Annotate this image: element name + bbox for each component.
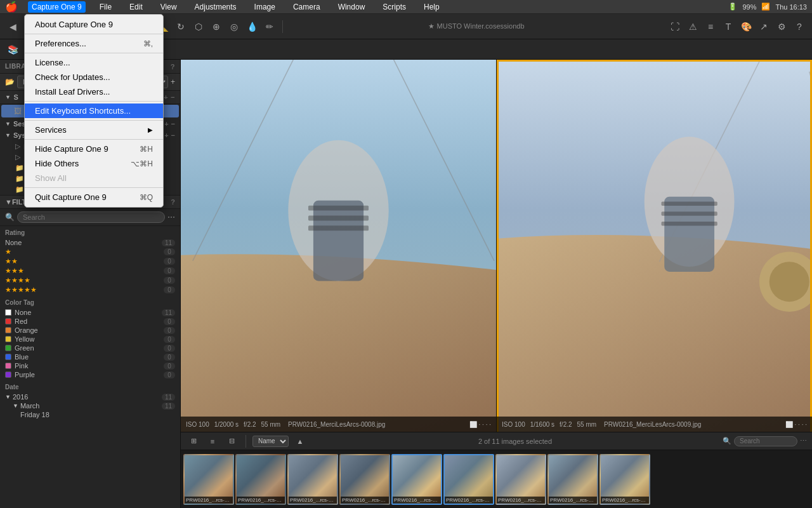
menu-quit[interactable]: Quit Capture One 9 ⌘Q (25, 190, 163, 204)
menu-sep-3 (25, 101, 163, 102)
menu-view[interactable]: View (157, 1, 181, 13)
menu-capture-one[interactable]: Capture One 9 (28, 1, 86, 13)
menu-license[interactable]: License... (25, 55, 163, 70)
menu-scripts[interactable]: Scripts (379, 1, 410, 13)
menu-image[interactable]: Image (251, 1, 279, 13)
menu-edit[interactable]: Edit (126, 1, 147, 13)
menu-sep-6 (25, 187, 163, 188)
menu-preferences[interactable]: Preferences... ⌘, (25, 36, 163, 51)
menu-sep-2 (25, 53, 163, 53)
battery-icon: 🔋 (728, 3, 737, 11)
menu-overlay[interactable]: About Capture One 9 Preferences... ⌘, Li… (0, 0, 812, 508)
menu-sep-4 (25, 120, 163, 121)
apple-menu[interactable]: 🍎 (5, 1, 18, 13)
menu-hide-co[interactable]: Hide Capture One 9 ⌘H (25, 142, 163, 156)
menu-show-all: Show All (25, 171, 163, 185)
menu-install-leaf[interactable]: Install Leaf Drivers... (25, 84, 163, 99)
menu-sep-1 (25, 34, 163, 34)
menubar: 🍎 Capture One 9 File Edit View Adjustmen… (0, 0, 812, 14)
menu-adjustments[interactable]: Adjustments (191, 1, 240, 13)
menu-about[interactable]: About Capture One 9 (25, 17, 163, 32)
menu-window[interactable]: Window (334, 1, 369, 13)
menu-services[interactable]: Services ▶ (25, 123, 163, 137)
battery-percent: 99% (742, 3, 756, 11)
menubar-time: Thu 16:13 (775, 3, 807, 11)
menu-hide-others[interactable]: Hide Others ⌥⌘H (25, 156, 163, 171)
wifi-icon: 📶 (761, 3, 770, 11)
menu-sep-5 (25, 139, 163, 140)
app-menu-dropdown: About Capture One 9 Preferences... ⌘, Li… (24, 14, 164, 208)
menu-edit-shortcuts[interactable]: Edit Keyboard Shortcuts... (25, 104, 163, 118)
menu-help[interactable]: Help (420, 1, 443, 13)
menu-camera[interactable]: Camera (289, 1, 324, 13)
menu-check-updates[interactable]: Check for Updates... (25, 70, 163, 84)
menu-file[interactable]: File (96, 1, 115, 13)
